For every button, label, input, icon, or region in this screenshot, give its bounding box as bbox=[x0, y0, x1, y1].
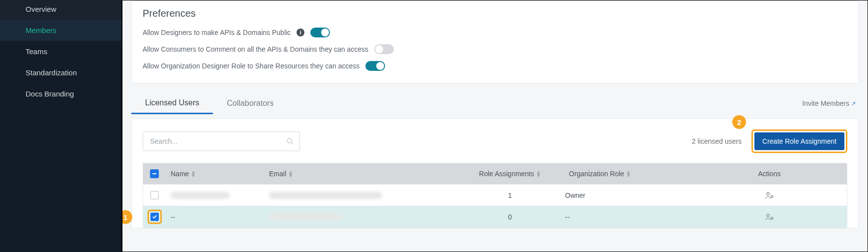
col-header-actions: Actions bbox=[692, 170, 847, 178]
invite-members-label: Invite Members bbox=[802, 99, 849, 107]
col-header-name-label: Name bbox=[171, 170, 189, 178]
pref-row-consumer-comment: Allow Consumers to Comment on all the AP… bbox=[143, 41, 847, 58]
org-role-value: Owner bbox=[565, 191, 585, 199]
col-header-org-role-label: Organization Role bbox=[569, 170, 624, 178]
sidebar-item-teams[interactable]: Teams bbox=[0, 41, 121, 62]
pref-row-public-apis: Allow Designers to make APIs & Domains P… bbox=[143, 24, 847, 41]
search-wrap bbox=[143, 131, 300, 151]
table-row: -- 0 -- 1 bbox=[143, 206, 847, 227]
pref-label: Allow Designers to make APIs & Domains P… bbox=[143, 29, 291, 36]
redacted-email bbox=[269, 192, 382, 199]
row-checkbox[interactable] bbox=[150, 191, 159, 199]
redacted-name bbox=[171, 192, 230, 199]
toggle-public-apis[interactable] bbox=[310, 28, 330, 37]
create-role-assignment-button[interactable]: Create Role Assignment bbox=[754, 132, 844, 150]
external-link-icon: ↗ bbox=[851, 100, 856, 107]
tabs-bar: Licensed Users Collaborators Invite Memb… bbox=[122, 93, 868, 114]
row-checkbox-highlight bbox=[148, 210, 162, 224]
org-role-value: -- bbox=[565, 213, 569, 221]
sidebar-item-docs-branding[interactable]: Docs Branding bbox=[0, 83, 121, 104]
pref-label: Allow Organization Designer Role to Shar… bbox=[143, 62, 359, 70]
row-checkbox[interactable] bbox=[150, 213, 159, 221]
user-settings-icon[interactable] bbox=[765, 213, 775, 221]
svg-point-3 bbox=[767, 192, 769, 195]
col-header-org-role[interactable]: Organization Role ▲▼ bbox=[564, 170, 692, 178]
callout-two: 2 bbox=[732, 115, 746, 129]
role-assignments-value: 0 bbox=[508, 213, 512, 221]
redacted-email bbox=[269, 214, 343, 220]
sort-icon: ▲▼ bbox=[288, 170, 293, 177]
sidebar-item-members[interactable]: Members bbox=[0, 20, 121, 41]
table-header: Name ▲▼ Email ▲▼ Role Assignments ▲▼ Org… bbox=[143, 163, 847, 184]
col-header-email[interactable]: Email ▲▼ bbox=[264, 170, 456, 178]
pref-row-designer-share: Allow Organization Designer Role to Shar… bbox=[143, 58, 847, 74]
col-header-name[interactable]: Name ▲▼ bbox=[166, 170, 264, 178]
main-content: Preferences Allow Designers to make APIs… bbox=[122, 0, 868, 252]
users-card: 2 licensed users Create Role Assignment … bbox=[131, 118, 859, 228]
svg-point-5 bbox=[767, 214, 769, 217]
toggle-consumer-comment[interactable] bbox=[374, 44, 394, 54]
tab-collaborators[interactable]: Collaborators bbox=[213, 93, 287, 114]
pref-label: Allow Consumers to Comment on all the AP… bbox=[143, 45, 368, 53]
role-assignments-value: 1 bbox=[508, 191, 512, 199]
sidebar: Overview Members Teams Standardization D… bbox=[0, 0, 122, 252]
licensed-users-count: 2 licensed users bbox=[692, 137, 742, 145]
col-header-role-assignments-label: Role Assignments bbox=[479, 170, 534, 178]
toggle-designer-share[interactable] bbox=[365, 61, 385, 71]
search-input[interactable] bbox=[143, 131, 300, 151]
callout-one: 1 bbox=[122, 210, 132, 224]
col-header-actions-label: Actions bbox=[758, 170, 781, 178]
col-header-role-assignments[interactable]: Role Assignments ▲▼ bbox=[456, 170, 564, 178]
preferences-card: Preferences Allow Designers to make APIs… bbox=[131, 0, 859, 84]
select-all-checkbox[interactable] bbox=[150, 169, 159, 178]
info-icon[interactable]: i bbox=[297, 29, 304, 36]
sort-icon: ▲▼ bbox=[626, 170, 631, 177]
user-settings-icon[interactable] bbox=[765, 191, 775, 199]
sort-icon: ▲▼ bbox=[536, 170, 541, 177]
users-table: Name ▲▼ Email ▲▼ Role Assignments ▲▼ Org… bbox=[143, 163, 847, 228]
preferences-title: Preferences bbox=[143, 8, 847, 19]
name-value: -- bbox=[171, 213, 175, 221]
svg-rect-2 bbox=[152, 173, 156, 174]
sort-icon: ▲▼ bbox=[191, 170, 196, 177]
table-row: 1 Owner bbox=[143, 184, 847, 206]
users-toolbar: 2 licensed users Create Role Assignment … bbox=[143, 129, 847, 153]
col-header-email-label: Email bbox=[269, 170, 286, 178]
sidebar-item-standardization[interactable]: Standardization bbox=[0, 62, 121, 83]
tab-licensed-users[interactable]: Licensed Users bbox=[131, 93, 213, 114]
sidebar-item-overview[interactable]: Overview bbox=[0, 0, 121, 20]
create-role-assignment-highlight: Create Role Assignment 2 bbox=[751, 129, 847, 153]
invite-members-link[interactable]: Invite Members ↗ bbox=[802, 99, 859, 107]
